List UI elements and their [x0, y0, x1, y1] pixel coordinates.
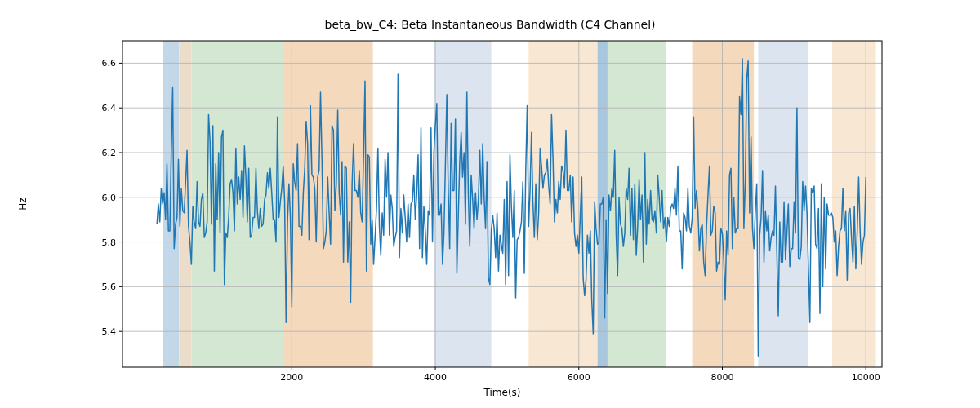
- y-tick-label: 5.6: [102, 282, 117, 292]
- y-tick-label: 5.4: [102, 326, 117, 337]
- x-tick-label: 10000: [852, 372, 880, 383]
- highlight-band: [598, 41, 608, 367]
- x-axis-label: Time(s): [484, 387, 521, 398]
- x-tick-label: 6000: [568, 372, 590, 383]
- highlight-band: [283, 41, 373, 367]
- highlight-band: [832, 41, 876, 367]
- chart-container: beta_bw_C4: Beta Instantaneous Bandwidth…: [0, 0, 980, 408]
- x-tick-label: 8000: [711, 372, 734, 383]
- highlight-band: [758, 41, 808, 367]
- y-tick-label: 6.2: [102, 148, 117, 158]
- y-tick-label: 6.0: [102, 193, 117, 203]
- highlight-band: [434, 41, 491, 367]
- chart-svg: 2000400060008000100005.45.65.86.06.26.46…: [0, 0, 980, 408]
- y-tick-label: 5.8: [102, 237, 117, 248]
- y-axis-label: Hz: [17, 197, 29, 210]
- chart-title: beta_bw_C4: Beta Instantaneous Bandwidth…: [0, 18, 980, 31]
- x-tick-label: 2000: [280, 372, 303, 383]
- x-tick-label: 4000: [424, 372, 447, 383]
- y-tick-label: 6.4: [102, 103, 117, 113]
- y-tick-label: 6.6: [102, 58, 117, 69]
